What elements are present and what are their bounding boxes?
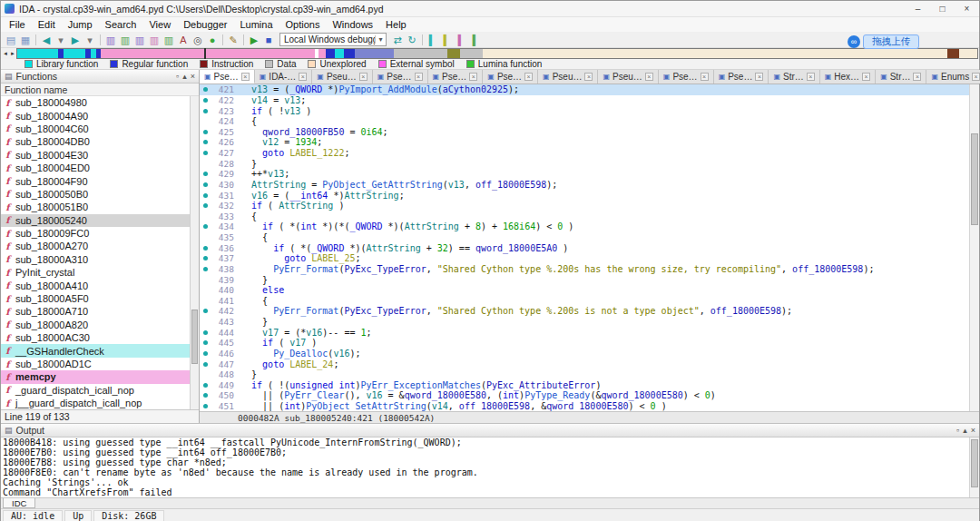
watches-icon[interactable]: ▍ xyxy=(469,33,484,47)
code-line[interactable]: 424 { xyxy=(200,116,969,127)
menu-debugger[interactable]: Debugger xyxy=(177,18,233,31)
function-row[interactable]: fsub_180009FC0 xyxy=(1,227,199,240)
panel-float-icon[interactable]: ▫ xyxy=(176,72,179,81)
upload-button[interactable]: 拖拽上传 xyxy=(863,34,919,49)
panel-maximize-icon[interactable]: ▴ xyxy=(963,426,967,435)
menu-windows[interactable]: Windows xyxy=(326,18,379,31)
tab-close-icon[interactable]: × xyxy=(584,73,593,81)
tab-9[interactable]: ▣Pse…× xyxy=(714,70,769,84)
forward-history-icon[interactable]: ▾ xyxy=(83,33,97,47)
menu-edit[interactable]: Edit xyxy=(32,18,62,31)
code-line[interactable]: 441 { xyxy=(200,296,969,307)
navband-scroll-left-icon[interactable]: ◄ xyxy=(2,48,9,59)
code-line[interactable]: 438 PyErr_Format(PyExc_TypeError, "Share… xyxy=(200,264,969,275)
function-row[interactable]: fsub_180004C60 xyxy=(1,123,199,135)
tab-7[interactable]: ▣Pseu…× xyxy=(598,70,658,84)
code-line[interactable]: 450 || (PyErr_Clear(), v16 = &qword_1800… xyxy=(200,390,969,401)
code-line[interactable]: 422 v14 = v13; xyxy=(200,95,969,106)
function-row[interactable]: fsub_180004DB0 xyxy=(1,135,199,148)
function-row[interactable]: f_guard_dispatch_icall_nop xyxy=(1,384,199,397)
tab-3[interactable]: ▣Pse…× xyxy=(373,70,428,84)
function-row[interactable]: fsub_180004980 xyxy=(1,96,199,109)
back-history-icon[interactable]: ▾ xyxy=(54,33,68,47)
tab-close-icon[interactable]: × xyxy=(524,73,533,81)
function-row[interactable]: fPyInit_crystal xyxy=(1,266,199,279)
functions-scrollbar[interactable] xyxy=(190,96,199,409)
tab-close-icon[interactable]: × xyxy=(755,73,763,81)
code-line[interactable]: 448 } xyxy=(200,369,969,380)
code-line[interactable]: 440 else xyxy=(200,285,969,296)
attach-process-icon[interactable]: ⇄ xyxy=(390,33,405,47)
menu-file[interactable]: File xyxy=(3,18,32,31)
tab-idc[interactable]: IDC xyxy=(3,498,35,508)
function-row[interactable]: fsub_18000A270 xyxy=(1,240,199,252)
code-line[interactable]: 444 v17 = (*v16)-- == 1; xyxy=(200,327,969,338)
code-line[interactable]: 442 PyErr_Format(PyExc_TypeError, "Share… xyxy=(200,306,969,317)
code-line[interactable]: 431 v16 = (__int64 *)AttrString; xyxy=(200,190,969,201)
code-line[interactable]: 426 v12 = 1934; xyxy=(200,137,969,148)
code-line[interactable]: 427 goto LABEL_1222; xyxy=(200,148,969,159)
refresh-icon[interactable]: ↻ xyxy=(405,33,419,47)
segments-window-icon[interactable]: ▥ xyxy=(132,33,147,47)
patch-program-icon[interactable]: ✎ xyxy=(226,33,240,47)
open-subviews-icon[interactable]: ▥ xyxy=(103,33,118,47)
new-file-icon[interactable]: ▤ xyxy=(4,33,18,47)
code-line[interactable]: 425 qword_18000FB50 = 0i64; xyxy=(200,127,969,138)
close-button[interactable]: × xyxy=(955,1,979,17)
save-icon[interactable]: ▦ xyxy=(18,33,33,47)
tab-2[interactable]: ▣Pseu…× xyxy=(312,70,372,84)
breakpoint-list-icon[interactable]: ▍ xyxy=(426,33,440,47)
panel-close-icon[interactable]: × xyxy=(971,426,975,435)
functions-window-icon[interactable]: ▥ xyxy=(162,33,176,47)
tab-5[interactable]: ▣Pse…× xyxy=(483,70,538,84)
navband-scroll-right-icon[interactable]: ► xyxy=(9,48,16,59)
tab-13[interactable]: ▣Enums× xyxy=(926,70,980,84)
tab-close-icon[interactable]: × xyxy=(645,73,653,81)
strings-window-icon[interactable]: ▥ xyxy=(118,33,132,47)
tab-close-icon[interactable]: × xyxy=(299,73,307,81)
tab-6[interactable]: ▣Pseu…× xyxy=(538,70,598,84)
code-line[interactable]: 439 } xyxy=(200,274,969,285)
panel-close-icon[interactable]: × xyxy=(191,72,195,81)
functions-scrollbar-thumb[interactable] xyxy=(191,310,198,364)
function-row[interactable]: fsub_1800050B0 xyxy=(1,188,199,201)
panel-float-icon[interactable]: ▫ xyxy=(956,426,959,435)
pseudocode-view[interactable]: 421 v13 = (_QWORD *)PyImport_AddModule(a… xyxy=(200,84,969,411)
function-row[interactable]: fsub_18000AD1C xyxy=(1,358,199,370)
code-line[interactable]: 423 if ( !v13 ) xyxy=(200,105,969,116)
function-row[interactable]: fsub_180004ED0 xyxy=(1,162,199,174)
code-line[interactable]: 443 } xyxy=(200,317,969,328)
tab-10[interactable]: ▣Str…× xyxy=(769,70,819,84)
tab-close-icon[interactable]: × xyxy=(913,73,921,81)
names-window-icon[interactable]: ▥ xyxy=(147,33,162,47)
start-debugger-icon[interactable]: ▶ xyxy=(247,33,261,47)
code-line[interactable]: 449 if ( !(unsigned int)PyErr_ExceptionM… xyxy=(200,380,969,391)
menu-view[interactable]: View xyxy=(142,18,177,31)
output-scrollbar[interactable] xyxy=(969,437,979,497)
function-row[interactable]: fsub_180005240 xyxy=(1,214,199,227)
output-scrollbar-thumb[interactable] xyxy=(971,439,978,487)
navigation-band[interactable] xyxy=(16,48,978,59)
code-line[interactable]: 436 if ( *(_QWORD *)(AttrString + 32) ==… xyxy=(200,242,969,253)
maximize-button[interactable]: □ xyxy=(930,1,955,17)
tab-12[interactable]: ▣Str…× xyxy=(876,70,926,84)
tab-close-icon[interactable]: × xyxy=(972,73,980,81)
navigate-forward-icon[interactable]: ▶ xyxy=(68,33,83,47)
tab-close-icon[interactable]: × xyxy=(415,73,423,81)
search-text-icon[interactable]: A xyxy=(176,33,191,47)
tab-4[interactable]: ▣Pse…× xyxy=(428,70,484,84)
function-row[interactable]: fsub_1800051B0 xyxy=(1,201,199,213)
code-line[interactable]: 434 if ( *(int *)(*(_QWORD *)(AttrString… xyxy=(200,221,969,232)
function-row[interactable]: fsub_18000A5F0 xyxy=(1,292,199,305)
menu-options[interactable]: Options xyxy=(279,18,327,31)
tab-close-icon[interactable]: × xyxy=(701,73,709,81)
tab-close-icon[interactable]: × xyxy=(241,73,250,81)
tab-11[interactable]: ▣Hex…× xyxy=(820,70,876,84)
code-line[interactable]: 430 AttrString = PyObject_GetAttrString(… xyxy=(200,180,969,191)
code-line[interactable]: 437 goto LABEL_25; xyxy=(200,253,969,264)
menu-search[interactable]: Search xyxy=(99,18,143,31)
menu-help[interactable]: Help xyxy=(379,18,413,31)
code-line[interactable]: 428 } xyxy=(200,158,969,169)
function-row[interactable]: fsub_180004F90 xyxy=(1,174,199,187)
tab-close-icon[interactable]: × xyxy=(359,73,368,81)
